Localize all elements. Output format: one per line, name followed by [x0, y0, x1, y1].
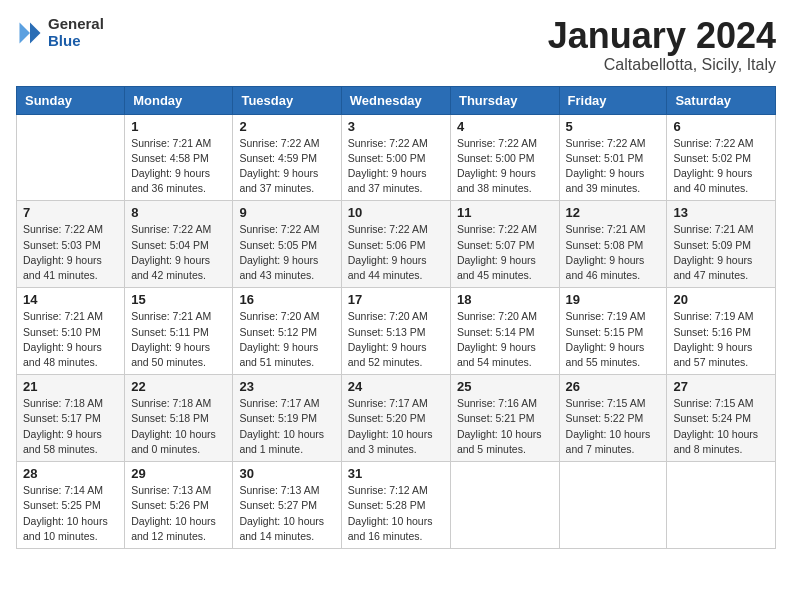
day-number: 29 — [131, 466, 226, 481]
day-info: Sunrise: 7:13 AMSunset: 5:27 PMDaylight:… — [239, 483, 334, 544]
day-number: 18 — [457, 292, 553, 307]
calendar-cell — [559, 462, 667, 549]
day-info: Sunrise: 7:22 AMSunset: 4:59 PMDaylight:… — [239, 136, 334, 197]
weekday-header: Friday — [559, 86, 667, 114]
calendar-cell: 13Sunrise: 7:21 AMSunset: 5:09 PMDayligh… — [667, 201, 776, 288]
day-info: Sunrise: 7:17 AMSunset: 5:20 PMDaylight:… — [348, 396, 444, 457]
logo: General Blue — [16, 16, 104, 49]
day-info: Sunrise: 7:21 AMSunset: 5:09 PMDaylight:… — [673, 222, 769, 283]
day-info: Sunrise: 7:13 AMSunset: 5:26 PMDaylight:… — [131, 483, 226, 544]
calendar-cell: 11Sunrise: 7:22 AMSunset: 5:07 PMDayligh… — [450, 201, 559, 288]
day-info: Sunrise: 7:22 AMSunset: 5:07 PMDaylight:… — [457, 222, 553, 283]
logo-text: General Blue — [48, 16, 104, 49]
month-title: January 2024 — [548, 16, 776, 56]
day-number: 28 — [23, 466, 118, 481]
day-info: Sunrise: 7:22 AMSunset: 5:03 PMDaylight:… — [23, 222, 118, 283]
logo-icon — [16, 19, 44, 47]
calendar-cell: 27Sunrise: 7:15 AMSunset: 5:24 PMDayligh… — [667, 375, 776, 462]
calendar-cell: 15Sunrise: 7:21 AMSunset: 5:11 PMDayligh… — [125, 288, 233, 375]
weekday-header: Monday — [125, 86, 233, 114]
day-info: Sunrise: 7:22 AMSunset: 5:00 PMDaylight:… — [348, 136, 444, 197]
day-info: Sunrise: 7:20 AMSunset: 5:14 PMDaylight:… — [457, 309, 553, 370]
calendar-cell: 31Sunrise: 7:12 AMSunset: 5:28 PMDayligh… — [341, 462, 450, 549]
calendar-cell — [667, 462, 776, 549]
calendar-cell — [450, 462, 559, 549]
calendar-cell: 9Sunrise: 7:22 AMSunset: 5:05 PMDaylight… — [233, 201, 341, 288]
day-number: 5 — [566, 119, 661, 134]
calendar-header-row: SundayMondayTuesdayWednesdayThursdayFrid… — [17, 86, 776, 114]
day-number: 31 — [348, 466, 444, 481]
day-info: Sunrise: 7:22 AMSunset: 5:04 PMDaylight:… — [131, 222, 226, 283]
title-area: January 2024 Caltabellotta, Sicily, Ital… — [548, 16, 776, 74]
day-number: 24 — [348, 379, 444, 394]
calendar-cell — [17, 114, 125, 201]
calendar-week-row: 28Sunrise: 7:14 AMSunset: 5:25 PMDayligh… — [17, 462, 776, 549]
calendar-table: SundayMondayTuesdayWednesdayThursdayFrid… — [16, 86, 776, 549]
day-number: 11 — [457, 205, 553, 220]
day-number: 8 — [131, 205, 226, 220]
calendar-cell: 23Sunrise: 7:17 AMSunset: 5:19 PMDayligh… — [233, 375, 341, 462]
location: Caltabellotta, Sicily, Italy — [548, 56, 776, 74]
day-info: Sunrise: 7:17 AMSunset: 5:19 PMDaylight:… — [239, 396, 334, 457]
day-info: Sunrise: 7:15 AMSunset: 5:22 PMDaylight:… — [566, 396, 661, 457]
weekday-header: Wednesday — [341, 86, 450, 114]
calendar-cell: 17Sunrise: 7:20 AMSunset: 5:13 PMDayligh… — [341, 288, 450, 375]
calendar-cell: 14Sunrise: 7:21 AMSunset: 5:10 PMDayligh… — [17, 288, 125, 375]
day-info: Sunrise: 7:19 AMSunset: 5:16 PMDaylight:… — [673, 309, 769, 370]
calendar-cell: 16Sunrise: 7:20 AMSunset: 5:12 PMDayligh… — [233, 288, 341, 375]
day-number: 25 — [457, 379, 553, 394]
calendar-cell: 18Sunrise: 7:20 AMSunset: 5:14 PMDayligh… — [450, 288, 559, 375]
day-info: Sunrise: 7:18 AMSunset: 5:18 PMDaylight:… — [131, 396, 226, 457]
day-info: Sunrise: 7:18 AMSunset: 5:17 PMDaylight:… — [23, 396, 118, 457]
svg-marker-1 — [20, 22, 31, 43]
calendar-week-row: 7Sunrise: 7:22 AMSunset: 5:03 PMDaylight… — [17, 201, 776, 288]
calendar-cell: 3Sunrise: 7:22 AMSunset: 5:00 PMDaylight… — [341, 114, 450, 201]
day-number: 2 — [239, 119, 334, 134]
day-info: Sunrise: 7:14 AMSunset: 5:25 PMDaylight:… — [23, 483, 118, 544]
day-info: Sunrise: 7:21 AMSunset: 5:08 PMDaylight:… — [566, 222, 661, 283]
day-number: 15 — [131, 292, 226, 307]
day-number: 21 — [23, 379, 118, 394]
day-number: 1 — [131, 119, 226, 134]
calendar-cell: 25Sunrise: 7:16 AMSunset: 5:21 PMDayligh… — [450, 375, 559, 462]
calendar-cell: 5Sunrise: 7:22 AMSunset: 5:01 PMDaylight… — [559, 114, 667, 201]
day-info: Sunrise: 7:21 AMSunset: 5:11 PMDaylight:… — [131, 309, 226, 370]
calendar-week-row: 1Sunrise: 7:21 AMSunset: 4:58 PMDaylight… — [17, 114, 776, 201]
day-number: 7 — [23, 205, 118, 220]
day-number: 19 — [566, 292, 661, 307]
calendar-cell: 4Sunrise: 7:22 AMSunset: 5:00 PMDaylight… — [450, 114, 559, 201]
day-number: 12 — [566, 205, 661, 220]
day-info: Sunrise: 7:20 AMSunset: 5:12 PMDaylight:… — [239, 309, 334, 370]
day-info: Sunrise: 7:19 AMSunset: 5:15 PMDaylight:… — [566, 309, 661, 370]
svg-marker-0 — [30, 22, 41, 43]
day-number: 9 — [239, 205, 334, 220]
day-number: 17 — [348, 292, 444, 307]
calendar-cell: 29Sunrise: 7:13 AMSunset: 5:26 PMDayligh… — [125, 462, 233, 549]
day-info: Sunrise: 7:22 AMSunset: 5:00 PMDaylight:… — [457, 136, 553, 197]
calendar-cell: 1Sunrise: 7:21 AMSunset: 4:58 PMDaylight… — [125, 114, 233, 201]
day-number: 22 — [131, 379, 226, 394]
calendar-cell: 12Sunrise: 7:21 AMSunset: 5:08 PMDayligh… — [559, 201, 667, 288]
calendar-week-row: 14Sunrise: 7:21 AMSunset: 5:10 PMDayligh… — [17, 288, 776, 375]
day-number: 20 — [673, 292, 769, 307]
day-number: 16 — [239, 292, 334, 307]
day-number: 30 — [239, 466, 334, 481]
calendar-cell: 24Sunrise: 7:17 AMSunset: 5:20 PMDayligh… — [341, 375, 450, 462]
day-number: 14 — [23, 292, 118, 307]
weekday-header: Tuesday — [233, 86, 341, 114]
day-number: 26 — [566, 379, 661, 394]
calendar-cell: 28Sunrise: 7:14 AMSunset: 5:25 PMDayligh… — [17, 462, 125, 549]
day-number: 4 — [457, 119, 553, 134]
day-info: Sunrise: 7:22 AMSunset: 5:06 PMDaylight:… — [348, 222, 444, 283]
calendar-cell: 30Sunrise: 7:13 AMSunset: 5:27 PMDayligh… — [233, 462, 341, 549]
weekday-header: Thursday — [450, 86, 559, 114]
calendar-cell: 2Sunrise: 7:22 AMSunset: 4:59 PMDaylight… — [233, 114, 341, 201]
day-info: Sunrise: 7:22 AMSunset: 5:05 PMDaylight:… — [239, 222, 334, 283]
day-info: Sunrise: 7:21 AMSunset: 5:10 PMDaylight:… — [23, 309, 118, 370]
calendar-cell: 19Sunrise: 7:19 AMSunset: 5:15 PMDayligh… — [559, 288, 667, 375]
calendar-cell: 10Sunrise: 7:22 AMSunset: 5:06 PMDayligh… — [341, 201, 450, 288]
calendar-cell: 26Sunrise: 7:15 AMSunset: 5:22 PMDayligh… — [559, 375, 667, 462]
calendar-cell: 21Sunrise: 7:18 AMSunset: 5:17 PMDayligh… — [17, 375, 125, 462]
day-number: 27 — [673, 379, 769, 394]
calendar-cell: 8Sunrise: 7:22 AMSunset: 5:04 PMDaylight… — [125, 201, 233, 288]
